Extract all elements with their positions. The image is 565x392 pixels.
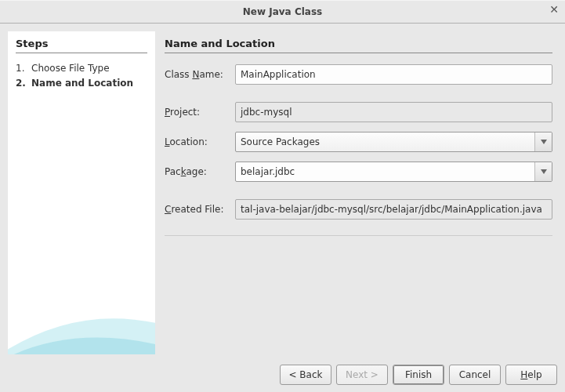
row-package: Package: belajar.jdbc: [165, 162, 552, 182]
step-choose-file-type: 1. Choose File Type: [16, 61, 147, 76]
titlebar: New Java Class ✕: [0, 0, 565, 24]
main-panel: Name and Location Class Name: MainApplic…: [161, 31, 559, 354]
row-location: Location: Source Packages: [165, 132, 552, 152]
close-icon[interactable]: ✕: [549, 4, 559, 15]
back-button[interactable]: < Back: [280, 365, 331, 385]
finish-button[interactable]: Finish: [393, 365, 444, 385]
next-button: Next >: [336, 365, 388, 385]
row-project: Project: jdbc-mysql: [165, 102, 552, 122]
project-value: jdbc-mysql: [241, 107, 292, 118]
class-name-label: Class Name:: [165, 69, 230, 80]
project-label: Project:: [165, 107, 230, 118]
created-file-value: tal-java-belajar/jdbc-mysql/src/belajar/…: [241, 204, 542, 215]
package-combobox[interactable]: belajar.jdbc: [235, 162, 552, 182]
project-field: jdbc-mysql: [235, 102, 552, 122]
class-name-value: MainApplication: [241, 69, 316, 80]
location-combobox[interactable]: Source Packages: [235, 132, 552, 152]
panel-heading: Name and Location: [165, 38, 552, 49]
location-value: Source Packages: [236, 132, 534, 151]
chevron-down-icon[interactable]: [534, 132, 552, 151]
window-title: New Java Class: [243, 6, 322, 17]
dialog-window: New Java Class ✕ Steps 1. Choose File Ty…: [0, 0, 565, 392]
step-number: 2.: [16, 76, 27, 91]
package-value: belajar.jdbc: [236, 162, 534, 181]
step-label: Choose File Type: [31, 61, 110, 76]
cancel-button[interactable]: Cancel: [449, 365, 501, 385]
form-separator: [165, 235, 552, 236]
steps-divider: [16, 53, 147, 53]
steps-list: 1. Choose File Type 2. Name and Location: [16, 61, 147, 91]
created-file-field: tal-java-belajar/jdbc-mysql/src/belajar/…: [235, 199, 552, 220]
step-number: 1.: [16, 61, 27, 76]
created-file-label: Created File:: [165, 204, 230, 215]
chevron-down-icon[interactable]: [534, 162, 552, 181]
decorative-swoosh: [8, 252, 155, 354]
panel-divider: [165, 53, 552, 53]
package-label: Package:: [165, 166, 230, 177]
dialog-body: Steps 1. Choose File Type 2. Name and Lo…: [0, 24, 565, 358]
steps-sidebar: Steps 1. Choose File Type 2. Name and Lo…: [8, 31, 155, 354]
steps-heading: Steps: [16, 38, 147, 49]
step-label: Name and Location: [31, 76, 133, 91]
row-created-file: Created File: tal-java-belajar/jdbc-mysq…: [165, 199, 552, 220]
location-label: Location:: [165, 136, 230, 147]
help-button[interactable]: Help: [505, 365, 557, 385]
button-bar: < Back Next > Finish Cancel Help: [0, 358, 565, 392]
row-class-name: Class Name: MainApplication: [165, 64, 552, 85]
step-name-and-location: 2. Name and Location: [16, 76, 147, 91]
class-name-input[interactable]: MainApplication: [235, 64, 552, 85]
